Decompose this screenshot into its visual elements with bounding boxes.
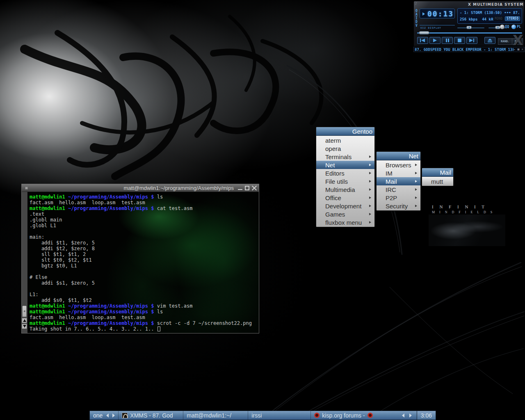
clutterbar-letter[interactable]: I (415, 17, 418, 20)
prompt-path: ~/programming/Assembly/mips (68, 205, 148, 211)
workspace-section: one (90, 411, 118, 420)
random-button[interactable]: RAND. (498, 38, 512, 45)
window-menu-icon[interactable] (25, 187, 28, 189)
xmms-close-icon[interactable]: × (520, 2, 523, 5)
terminal-line: matt@mdwlin1 ~/programming/Assembly/mips… (30, 309, 258, 315)
workspace-name[interactable]: one (93, 412, 103, 419)
scrollbar-down-button[interactable] (22, 324, 27, 329)
menu-item-games[interactable]: Games (316, 210, 374, 218)
xmms-scroller-buttons[interactable]: ▸ ■ × (514, 48, 524, 51)
output-text (30, 228, 32, 234)
menu-item-net[interactable]: Net (316, 161, 374, 169)
menu-item-terminals[interactable]: Terminals (316, 153, 374, 161)
output-text: # Else (30, 274, 47, 280)
menu-item-irc[interactable]: IRC (377, 185, 420, 194)
output-text: Taking shot in 7.. 6.. 5.. 4.. 3.. 2.. 1… (30, 326, 157, 332)
next-button[interactable] (466, 37, 477, 44)
menu-gentoo-body: atermoperaTerminalsNetEditorsFile utilsM… (316, 136, 374, 227)
minimize-icon[interactable] (238, 186, 242, 190)
menu-item-mail[interactable]: Mail (377, 177, 420, 185)
menu-item-label: fluxbox menu (325, 219, 362, 226)
terminal-cursor (158, 326, 160, 331)
taskbar-task[interactable]: kisp.org forums - (311, 411, 381, 420)
xmms-unshade-icon[interactable]: ▴ (517, 2, 519, 5)
menu-item-label: Editors (325, 170, 345, 177)
taskbar-task[interactable]: irssi (248, 411, 310, 420)
play-button[interactable] (429, 37, 441, 44)
menu-item-multimedia[interactable]: Multimedia (316, 185, 374, 194)
down-arrow-icon (23, 325, 26, 328)
terminal-line: matt@mdwlin1 ~/programming/Assembly/mips… (30, 303, 258, 309)
scrollbar-up-button[interactable] (22, 318, 27, 323)
xmms-visualizer[interactable] (420, 19, 455, 25)
xmms-track-info[interactable]: - 1: STORM (138:50) ••• 87. (460, 11, 520, 15)
menu-item-mutt[interactable]: mutt (422, 177, 453, 185)
terminal-scrollbar[interactable] (22, 192, 27, 333)
menu-item-security[interactable]: Security (377, 202, 420, 210)
xmms-bitrate: 256 kbps (460, 17, 477, 21)
menu-item-editors[interactable]: Editors (316, 169, 374, 177)
prompt-symbol: $ (148, 194, 157, 200)
maximize-icon[interactable] (245, 186, 249, 190)
xmms-time-display[interactable]: 00:13 (420, 9, 455, 18)
seek-bar[interactable] (417, 32, 522, 34)
menu-item-file-utils[interactable]: File utils (316, 177, 374, 185)
play-icon (433, 39, 437, 42)
up-arrow-icon (23, 319, 26, 322)
pl-button[interactable] (511, 25, 516, 29)
terminal-screen[interactable]: matt@mdwlin1 ~/programming/Assembly/mips… (27, 192, 259, 333)
taskbar-task[interactable]: XMMS - 87. God (119, 411, 183, 420)
task-label: matt@mdwlin1:~/ (187, 412, 231, 419)
xmms-shade-icon[interactable]: ▾ (514, 2, 516, 5)
clutterbar-letter[interactable]: D (415, 21, 418, 24)
prev-window-icon[interactable] (402, 413, 404, 418)
menu-net: Net BrowsersIMMailIRCP2PSecurity (376, 151, 421, 211)
prompt-user: matt@mdwlin1 (30, 205, 65, 211)
terminal-line: add $s0, $t1, $t2 (30, 297, 258, 303)
previous-button[interactable] (417, 37, 428, 44)
wallpaper-signature-line2: M I N D F I E L D S (432, 210, 494, 214)
xmms-scroller-bar[interactable]: 87. GODSPEED YOU BLACK EMPEROR - 1: STOR… (413, 47, 525, 52)
seek-knob[interactable] (419, 31, 429, 34)
menu-item-browsers[interactable]: Browsers (377, 161, 420, 169)
terminal-window: matt@mdwlin1:~/programming/Assembly/mips… (21, 184, 259, 333)
menu-item-office[interactable]: Office (316, 194, 374, 202)
menu-item-label: mutt (431, 178, 443, 185)
taskbar: one XMMS - 87. Godmatt@mdwlin1:~/irssiki… (89, 411, 436, 420)
menu-item-im[interactable]: IM (377, 169, 420, 177)
prompt-path: ~/programming/Assembly/mips (68, 320, 148, 326)
terminal-line: fact.asm hello.asm loop.asm test.asm (30, 200, 258, 205)
output-text: main: (30, 234, 44, 240)
terminal-title: matt@mdwlin1:~/programming/Assembly/mips (28, 185, 238, 191)
volume-slider-knob[interactable] (466, 26, 472, 29)
menu-title-label: Net (409, 153, 418, 160)
terminal-titlebar[interactable]: matt@mdwlin1:~/programming/Assembly/mips (22, 184, 259, 192)
close-icon[interactable] (252, 185, 257, 190)
pause-button[interactable] (442, 37, 453, 44)
menu-item-development[interactable]: Development (316, 202, 374, 210)
eq-button[interactable] (500, 25, 504, 29)
clutterbar-letter[interactable]: O (415, 9, 418, 13)
terminal-line: addi $t2, $zero, 8 (30, 246, 258, 251)
eject-button[interactable] (484, 37, 495, 44)
command-text: cat test.asm (157, 205, 193, 211)
xmms-titlebar[interactable]: ♪ X MULTIMEDIA SYSTEM ▾ ▴ × (414, 1, 524, 7)
clutterbar-letter[interactable]: V (415, 24, 418, 27)
menu-item-fluxbox-menu[interactable]: fluxbox menu (316, 218, 374, 226)
xmms-clutterbar[interactable]: OAIDV (415, 9, 418, 27)
menu-item-opera[interactable]: opera (316, 144, 374, 153)
menu-item-aterm[interactable]: aterm (316, 136, 374, 144)
next-window-icon[interactable] (409, 413, 412, 418)
workspace-prev-icon[interactable] (106, 413, 109, 418)
terminal-line: addi $s1, $zero, 5 (30, 280, 258, 286)
submenu-arrow-icon (369, 196, 371, 199)
workspace-next-icon[interactable] (112, 413, 115, 418)
prompt-symbol: $ (148, 303, 157, 309)
clutterbar-letter[interactable]: A (415, 13, 418, 16)
scrollbar-thumb[interactable] (22, 306, 27, 317)
menu-item-p2p[interactable]: P2P (377, 194, 420, 202)
stop-button[interactable] (454, 37, 465, 44)
prompt-user: matt@mdwlin1 (30, 194, 65, 200)
eject-icon (488, 39, 492, 42)
taskbar-task[interactable]: matt@mdwlin1:~/ (183, 411, 248, 420)
